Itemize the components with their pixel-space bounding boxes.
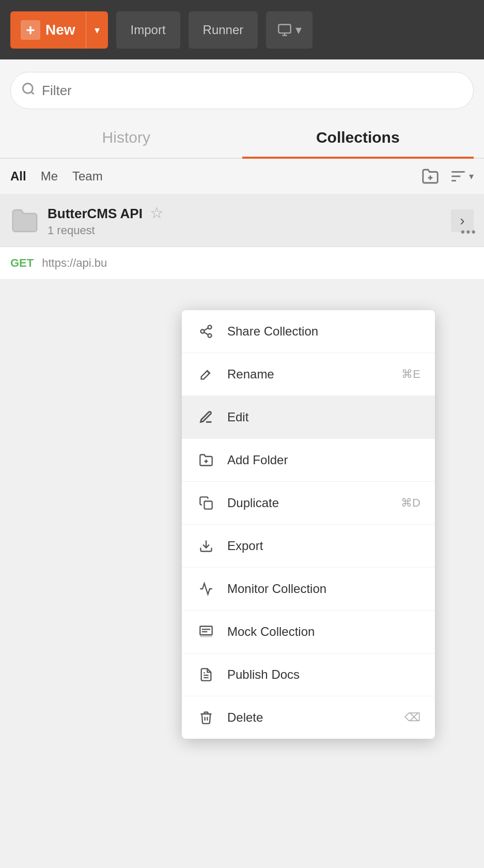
tab-collections[interactable]: Collections — [242, 117, 474, 158]
search-input[interactable] — [42, 83, 463, 99]
menu-item-publish[interactable]: Publish Docs — [182, 653, 435, 696]
request-row[interactable]: GET https://api.bu — [0, 247, 484, 280]
new-collection-button[interactable] — [421, 167, 439, 185]
mock-label: Mock Collection — [227, 625, 420, 639]
filter-me[interactable]: Me — [41, 167, 58, 186]
publish-label: Publish Docs — [227, 667, 420, 682]
duplicate-label: Duplicate — [227, 496, 389, 510]
filter-row: All Me Team ▾ — [0, 159, 484, 194]
mock-icon — [196, 622, 216, 642]
share-label: Share Collection — [227, 324, 420, 339]
request-url: https://api.bu — [42, 256, 107, 270]
share-icon — [196, 322, 216, 341]
filter-all[interactable]: All — [10, 167, 26, 186]
menu-item-mock[interactable]: Mock Collection — [182, 611, 435, 653]
publish-icon — [196, 665, 216, 684]
svg-point-11 — [201, 330, 205, 333]
toolbar: + New ▾ Import Runner ▾ — [0, 0, 484, 59]
runner-button[interactable]: Runner — [189, 11, 258, 49]
sync-button[interactable]: ▾ — [266, 11, 313, 49]
svg-line-15 — [207, 371, 210, 374]
tab-history[interactable]: History — [10, 117, 242, 158]
delete-label: Delete — [227, 710, 393, 725]
import-button[interactable]: Import — [116, 11, 180, 49]
new-button[interactable]: + New ▾ — [10, 11, 108, 49]
duplicate-shortcut: ⌘D — [401, 496, 420, 510]
menu-item-edit[interactable]: Edit — [182, 396, 435, 439]
add-folder-icon — [196, 450, 216, 470]
menu-item-share[interactable]: Share Collection — [182, 310, 435, 353]
chevron-down-icon: ▾ — [295, 23, 302, 37]
export-icon — [196, 536, 216, 556]
menu-item-delete[interactable]: Delete ⌫ — [182, 696, 435, 739]
add-folder-label: Add Folder — [227, 453, 420, 467]
svg-rect-20 — [200, 627, 212, 635]
svg-rect-23 — [200, 635, 212, 637]
delete-icon — [196, 708, 216, 727]
collection-count: 1 request — [48, 224, 443, 237]
star-icon[interactable]: ☆ — [150, 204, 164, 221]
menu-item-add-folder[interactable]: Add Folder — [182, 439, 435, 482]
context-menu: Share Collection Rename ⌘E Edit — [182, 310, 435, 739]
svg-line-13 — [204, 332, 208, 335]
sort-button[interactable]: ▾ — [449, 167, 474, 185]
collection-name: ButterCMS API — [48, 206, 143, 221]
search-icon — [21, 82, 36, 100]
chevron-down-icon: ▾ — [469, 171, 474, 182]
monitor-label: Monitor Collection — [227, 582, 420, 596]
plus-icon: + — [21, 20, 40, 40]
edit-label: Edit — [227, 410, 420, 424]
svg-rect-18 — [205, 501, 212, 509]
edit-icon — [196, 407, 216, 427]
monitor-icon — [196, 579, 216, 599]
svg-line-4 — [31, 92, 34, 94]
svg-line-14 — [204, 328, 208, 331]
more-options-button[interactable]: ••• — [461, 225, 477, 239]
duplicate-icon — [196, 493, 216, 513]
export-label: Export — [227, 539, 420, 553]
svg-rect-0 — [279, 24, 291, 33]
svg-point-12 — [208, 334, 212, 338]
rename-shortcut: ⌘E — [401, 368, 420, 381]
delete-shortcut: ⌫ — [404, 711, 420, 724]
search-wrapper — [10, 72, 474, 109]
collection-item[interactable]: ButterCMS API ☆ 1 request › ••• — [0, 194, 484, 247]
svg-point-10 — [208, 325, 212, 329]
tabs-row: History Collections — [0, 117, 484, 159]
svg-point-3 — [23, 83, 33, 93]
menu-item-duplicate[interactable]: Duplicate ⌘D — [182, 482, 435, 525]
chevron-down-icon[interactable]: ▾ — [86, 11, 108, 49]
rename-label: Rename — [227, 367, 390, 382]
menu-item-export[interactable]: Export — [182, 525, 435, 568]
filter-team[interactable]: Team — [72, 167, 103, 186]
menu-item-monitor[interactable]: Monitor Collection — [182, 568, 435, 611]
search-area — [0, 59, 484, 117]
menu-item-rename[interactable]: Rename ⌘E — [182, 353, 435, 396]
method-badge: GET — [10, 256, 34, 270]
folder-icon — [10, 206, 39, 235]
rename-icon — [196, 364, 216, 384]
